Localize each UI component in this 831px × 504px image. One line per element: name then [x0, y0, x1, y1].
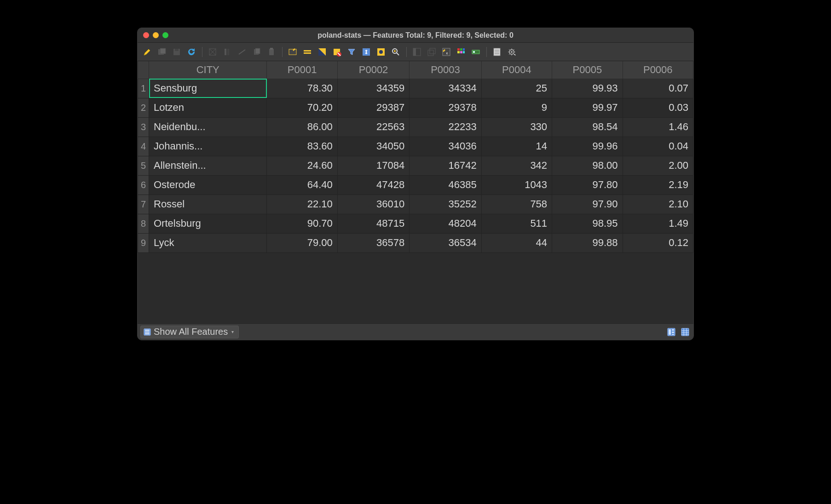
cell-p0006[interactable]: 0.07	[623, 79, 693, 98]
cell-p0006[interactable]: 0.12	[623, 233, 693, 252]
cell-p0004[interactable]: 1043	[481, 175, 552, 195]
cell-p0006[interactable]: 1.49	[623, 214, 693, 233]
cell-p0004[interactable]: 14	[481, 137, 552, 156]
cell-p0001[interactable]: 90.70	[267, 214, 337, 233]
column-header-p0002[interactable]: P0002	[337, 61, 409, 79]
cell-p0002[interactable]: 47428	[337, 175, 409, 195]
column-header-city[interactable]: CITY	[149, 61, 267, 79]
new-field-icon[interactable]	[286, 45, 300, 59]
cell-p0003[interactable]: 34334	[410, 79, 481, 98]
table-row[interactable]: 5Allenstein...24.60170841674234298.002.0…	[138, 156, 693, 175]
cell-city[interactable]: Lotzen	[149, 98, 267, 117]
row-number[interactable]: 8	[138, 214, 149, 233]
cell-p0001[interactable]: 78.30	[267, 79, 337, 98]
cell-p0002[interactable]: 36010	[337, 195, 409, 214]
deselect-icon[interactable]	[330, 45, 344, 59]
cell-p0003[interactable]: 22233	[410, 117, 481, 137]
cell-p0004[interactable]: 330	[481, 117, 552, 137]
cell-p0005[interactable]: 97.80	[552, 175, 623, 195]
pan-to-icon[interactable]	[359, 45, 373, 59]
cell-city[interactable]: Rossel	[149, 195, 267, 214]
table-row[interactable]: 6Osterode64.404742846385104397.802.19	[138, 175, 693, 195]
cell-p0004[interactable]: 511	[481, 214, 552, 233]
table-view-button[interactable]	[680, 326, 691, 338]
invert-icon[interactable]	[315, 45, 329, 59]
cell-p0004[interactable]: 758	[481, 195, 552, 214]
row-number-header[interactable]	[138, 61, 149, 79]
cell-p0006[interactable]: 2.00	[623, 156, 693, 175]
column-header-p0006[interactable]: P0006	[623, 61, 693, 79]
cell-p0002[interactable]: 29387	[337, 98, 409, 117]
row-number[interactable]: 4	[138, 137, 149, 156]
cell-p0006[interactable]: 0.04	[623, 137, 693, 156]
minimize-window-button[interactable]	[153, 32, 159, 38]
table-viewport[interactable]: CITYP0001P0002P0003P0004P0005P0006 1Sens…	[138, 61, 693, 323]
cell-p0003[interactable]: 35252	[410, 195, 481, 214]
form-icon[interactable]	[490, 45, 504, 59]
table-row[interactable]: 7Rossel22.10360103525275897.902.10	[138, 195, 693, 214]
cell-p0001[interactable]: 22.10	[267, 195, 337, 214]
form-view-button[interactable]	[666, 326, 677, 338]
settings-icon[interactable]	[505, 45, 519, 59]
row-number[interactable]: 9	[138, 233, 149, 252]
column-header-p0003[interactable]: P0003	[410, 61, 481, 79]
highlight-icon[interactable]	[374, 45, 388, 59]
cell-p0003[interactable]: 48204	[410, 214, 481, 233]
cell-p0004[interactable]: 342	[481, 156, 552, 175]
column-header-p0004[interactable]: P0004	[481, 61, 552, 79]
table-row[interactable]: 3Neidenbu...86.00225632223333098.541.46	[138, 117, 693, 137]
cell-p0005[interactable]: 99.96	[552, 137, 623, 156]
cell-p0003[interactable]: 29378	[410, 98, 481, 117]
cell-p0002[interactable]: 48715	[337, 214, 409, 233]
refresh-icon[interactable]	[185, 45, 198, 59]
cell-p0003[interactable]: 16742	[410, 156, 481, 175]
cell-p0004[interactable]: 25	[481, 79, 552, 98]
column-header-p0001[interactable]: P0001	[267, 61, 337, 79]
show-all-features-dropdown[interactable]: Show All Features ▾	[140, 326, 239, 338]
cell-p0004[interactable]: 9	[481, 98, 552, 117]
cell-p0001[interactable]: 83.60	[267, 137, 337, 156]
cell-p0002[interactable]: 34050	[337, 137, 409, 156]
cell-p0002[interactable]: 36578	[337, 233, 409, 252]
cell-p0001[interactable]: 79.00	[267, 233, 337, 252]
cell-p0002[interactable]: 17084	[337, 156, 409, 175]
conditional-format-icon[interactable]	[454, 45, 468, 59]
cell-p0006[interactable]: 2.10	[623, 195, 693, 214]
column-header-p0005[interactable]: P0005	[552, 61, 623, 79]
cell-p0005[interactable]: 99.93	[552, 79, 623, 98]
cell-p0005[interactable]: 97.90	[552, 195, 623, 214]
cell-city[interactable]: Johannis...	[149, 137, 267, 156]
cell-p0006[interactable]: 2.19	[623, 175, 693, 195]
row-number[interactable]: 5	[138, 156, 149, 175]
table-row[interactable]: 4Johannis...83.6034050340361499.960.04	[138, 137, 693, 156]
action-icon[interactable]	[469, 45, 483, 59]
cell-p0005[interactable]: 98.54	[552, 117, 623, 137]
table-row[interactable]: 9Lyck79.0036578365344499.880.12	[138, 233, 693, 252]
cell-city[interactable]: Osterode	[149, 175, 267, 195]
cell-p0005[interactable]: 99.97	[552, 98, 623, 117]
cell-p0005[interactable]: 98.95	[552, 214, 623, 233]
cell-p0001[interactable]: 86.00	[267, 117, 337, 137]
cell-city[interactable]: Ortelsburg	[149, 214, 267, 233]
table-row[interactable]: 1Sensburg78.3034359343342599.930.07	[138, 79, 693, 98]
cell-p0003[interactable]: 34036	[410, 137, 481, 156]
row-number[interactable]: 6	[138, 175, 149, 195]
cell-p0003[interactable]: 36534	[410, 233, 481, 252]
cell-p0005[interactable]: 98.00	[552, 156, 623, 175]
cell-p0005[interactable]: 99.88	[552, 233, 623, 252]
cell-city[interactable]: Neidenbu...	[149, 117, 267, 137]
close-window-button[interactable]	[143, 32, 149, 38]
zoom-to-icon[interactable]	[389, 45, 403, 59]
equals-icon[interactable]	[300, 45, 314, 59]
table-row[interactable]: 8Ortelsburg90.70487154820451198.951.49	[138, 214, 693, 233]
maximize-window-button[interactable]	[162, 32, 168, 38]
cell-p0001[interactable]: 70.20	[267, 98, 337, 117]
cell-city[interactable]: Allenstein...	[149, 156, 267, 175]
row-number[interactable]: 7	[138, 195, 149, 214]
row-number[interactable]: 3	[138, 117, 149, 137]
cell-p0002[interactable]: 22563	[337, 117, 409, 137]
row-number[interactable]: 2	[138, 98, 149, 117]
field-calc-icon[interactable]: ε	[439, 45, 453, 59]
pencil-icon[interactable]	[140, 45, 154, 59]
cell-p0001[interactable]: 24.60	[267, 156, 337, 175]
